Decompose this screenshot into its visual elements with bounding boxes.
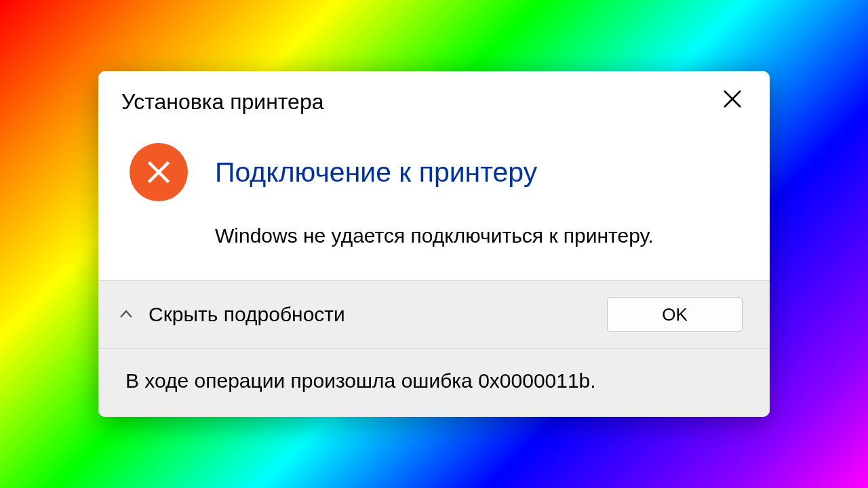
details-toggle[interactable]: Скрыть подробности [117,303,345,326]
details-text: В ходе операции произошла ошибка 0x00000… [125,369,596,392]
details-panel: В ходе операции произошла ошибка 0x00000… [98,348,770,417]
dialog-actions: Скрыть подробности OK [98,280,770,348]
dialog-title: Установка принтера [121,89,324,115]
error-dialog: Установка принтера Подключение к принтер… [98,71,770,417]
close-button[interactable] [714,81,751,117]
dialog-content: Подключение к принтеру Windows не удаетс… [98,124,770,280]
close-icon [722,88,743,110]
ok-button[interactable]: OK [607,297,743,332]
titlebar: Установка принтера [98,71,770,124]
content-header-row: Подключение к принтеру [130,143,743,201]
dialog-body-text: Windows не удается подключиться к принте… [215,222,743,250]
chevron-up-icon [117,306,135,323]
details-toggle-label: Скрыть подробности [149,303,345,326]
error-icon [130,143,188,201]
dialog-heading: Подключение к принтеру [215,157,537,188]
